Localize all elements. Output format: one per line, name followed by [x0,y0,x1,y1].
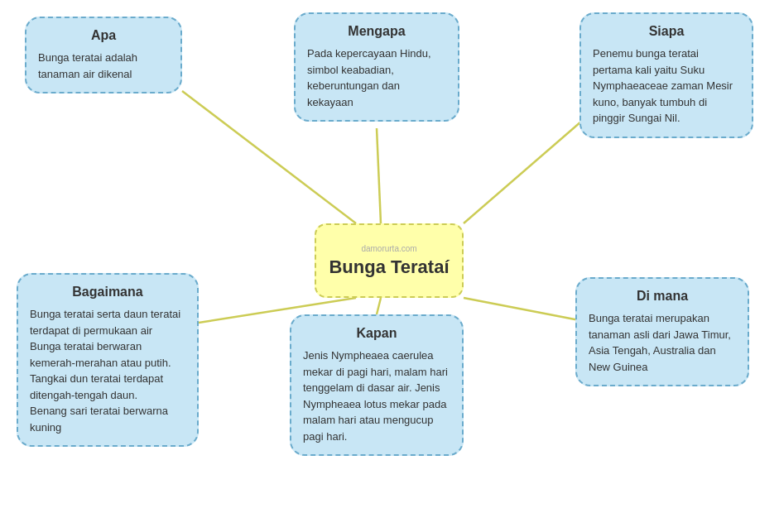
node-dimana-heading: Di mana [589,289,736,304]
node-mengapa-body: Pada kepercayaan Hindu, simbol keabadian… [307,46,446,110]
node-apa-heading: Apa [38,28,169,43]
node-bagaimana-body: Bunga teratai serta daun teratai terdapa… [30,306,185,435]
node-dimana-body: Bunga teratai merupakan tanaman asli dar… [589,310,736,375]
node-kapan-body: Jenis Nympheaea caerulea mekar di pagi h… [303,347,450,444]
node-apa-body: Bunga teratai adalah tanaman air dikenal [38,50,169,82]
svg-line-1 [377,128,381,223]
canvas: damorurta.com Bunga Terataí Apa Bunga te… [0,0,779,532]
node-siapa-body: Penemu bunga teratai pertama kali yaitu … [593,46,740,127]
svg-line-2 [464,116,588,223]
node-kapan-heading: Kapan [303,326,450,341]
center-title: Bunga Terataí [329,256,449,278]
node-bagaimana-heading: Bagaimana [30,285,185,300]
node-bagaimana: Bagaimana Bunga teratai serta daun terat… [17,273,199,447]
svg-line-4 [377,298,381,314]
node-mengapa: Mengapa Pada kepercayaan Hindu, simbol k… [294,12,459,122]
node-siapa: Siapa Penemu bunga teratai pertama kali … [579,12,753,138]
svg-line-5 [464,298,592,323]
node-mengapa-heading: Mengapa [307,24,446,39]
watermark: damorurta.com [361,244,416,253]
node-dimana: Di mana Bunga teratai merupakan tanaman … [575,277,749,386]
node-kapan: Kapan Jenis Nympheaea caerulea mekar di … [290,314,464,456]
node-siapa-heading: Siapa [593,24,740,39]
center-node: damorurta.com Bunga Terataí [315,223,464,298]
node-apa: Apa Bunga teratai adalah tanaman air dik… [25,17,182,93]
